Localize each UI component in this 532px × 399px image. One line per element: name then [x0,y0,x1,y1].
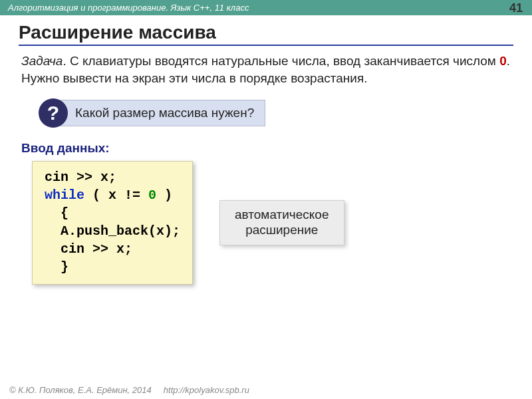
note-box: автоматическое расширение [219,200,344,245]
page-number: 41 [509,1,523,15]
code-l4: A.push_back(x); [45,223,180,239]
question-callout: ? Какой размер массива нужен? [39,98,513,128]
code-l2b: ( x != [84,188,148,203]
task-label: Задача [21,54,63,68]
code-l6: } [45,259,68,275]
code-l3: { [45,205,68,221]
footer-url: http://kpolyakov.spb.ru [164,385,249,395]
code-l1: cin >> x; [45,170,116,185]
copyright: © К.Ю. Поляков, Е.А. Ерёмин, 2014 [9,385,152,395]
code-l2d: ) [156,188,172,203]
question-mark-icon: ? [39,98,68,128]
note-line1: автоматическое [235,207,329,221]
code-kw-while: while [45,188,84,203]
task-p1: . С клавиатуры вводятся натуральные числ… [63,54,499,68]
task-text: Задача. С клавиатуры вводятся натуральны… [19,53,513,86]
question-box: Какой размер массива нужен? [60,100,265,126]
input-heading: Ввод данных: [21,141,513,156]
page-title: Расширение массива [19,22,513,46]
code-block: cin >> x; while ( x != 0 ) { A.push_back… [32,161,193,285]
course-label: Алгоритмизация и программирование. Язык … [8,3,249,13]
slide-content: Расширение массива Задача. С клавиатуры … [0,15,532,285]
code-row: cin >> x; while ( x != 0 ) { A.push_back… [19,161,513,285]
note-line2: расширение [245,223,318,237]
header-bar: Алгоритмизация и программирование. Язык … [0,0,532,15]
task-zero: 0 [499,54,507,68]
footer: © К.Ю. Поляков, Е.А. Ерёмин, 2014 http:/… [9,385,249,395]
code-l5: cin >> x; [45,241,132,257]
code-num-zero: 0 [148,188,156,203]
